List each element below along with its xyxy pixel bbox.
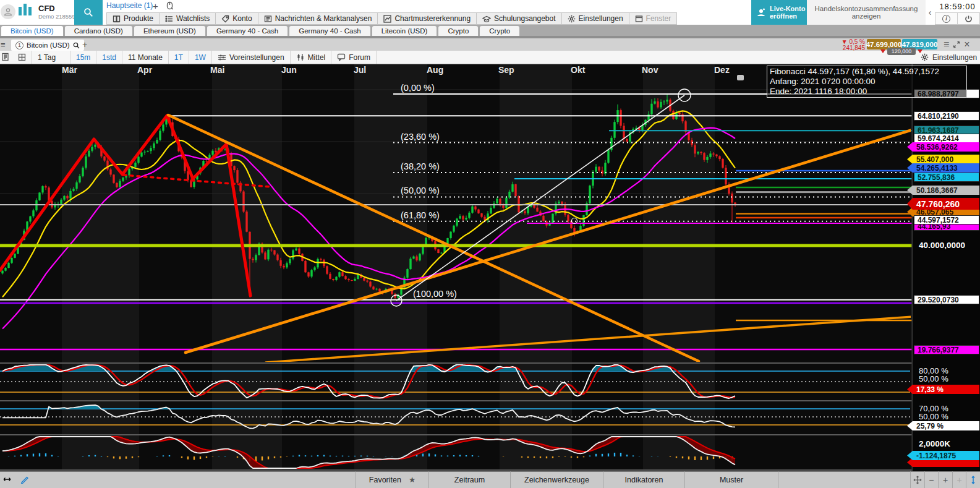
mittel-label: Mittel xyxy=(308,53,326,62)
instrument-tab-germany-40-cash[interactable]: Germany 40 - Cash xyxy=(289,26,370,36)
instrument-tab-ethereum-usd-[interactable]: Ethereum (USD) xyxy=(134,26,205,36)
trading-platform-window: CFD Demo 21855957 Hauptseite (1) + Produ… xyxy=(0,0,980,488)
menu-item-einstellungen[interactable]: Einstellungen xyxy=(562,12,629,25)
chart-settings-button[interactable]: Einstellungen xyxy=(921,51,977,64)
menu-item-produkte[interactable]: Produkte xyxy=(106,12,160,25)
draw-tool-icon[interactable] xyxy=(20,475,29,484)
toolbar-forum[interactable]: Forum xyxy=(331,51,377,64)
search-small-icon[interactable] xyxy=(73,42,80,49)
window-hamburger-icon[interactable]: ≡ xyxy=(1,40,6,49)
instrument-tab-crypto[interactable]: Crypto xyxy=(480,26,519,36)
note-marker[interactable] xyxy=(737,75,744,80)
bottom-button-label: Muster xyxy=(720,476,743,484)
instrument-tab-crypto[interactable]: Crypto xyxy=(438,26,478,36)
restore-window-icon[interactable] xyxy=(953,39,960,50)
cfd-logo xyxy=(19,4,32,15)
axis-tag: 50,00 % xyxy=(919,412,948,421)
svg-text:Jul: Jul xyxy=(354,65,366,75)
bottom-button-muster[interactable]: Muster xyxy=(684,471,778,488)
svg-text:(100,00 %): (100,00 %) xyxy=(413,289,457,299)
axis-tag: 47.760,260 xyxy=(907,198,979,210)
toolbar-tf-1w[interactable]: 1W xyxy=(189,51,212,64)
window-menu-icon[interactable]: ≡ xyxy=(944,39,949,50)
axis-tag: 44.597,1572 xyxy=(914,215,979,225)
vertical-scale-button[interactable] xyxy=(966,471,980,488)
live-konto-button[interactable]: Live-Kontoeröffnen xyxy=(751,0,807,25)
svg-text:Mär: Mär xyxy=(62,65,77,75)
bottom-button-zeitraum[interactable]: Zeitraum xyxy=(428,471,510,488)
zoom-in-button[interactable]: + xyxy=(938,471,952,488)
menu-item-fenster[interactable]: Fenster xyxy=(629,12,678,25)
bottom-button-indikatoren[interactable]: Indikatoren xyxy=(603,471,684,488)
toolbar-tf-15m[interactable]: 15m xyxy=(70,51,96,64)
crosshair-button[interactable]: + xyxy=(952,471,966,488)
instrument-tab-litecoin-usd-[interactable]: Litecoin (USD) xyxy=(372,26,437,36)
toolbar-mittel[interactable]: Mittel xyxy=(291,51,332,64)
candles-icon xyxy=(296,53,305,61)
spread-display: 120,000 xyxy=(878,47,925,55)
user-avatar-icon[interactable] xyxy=(1,4,15,19)
menu-item-nachrichten-marktanalysen[interactable]: Nachrichten & Marktanalysen xyxy=(258,12,378,25)
menu-item-chartmustererkennung[interactable]: Chartmustererkennung xyxy=(378,12,477,25)
person-plus-icon xyxy=(756,7,766,17)
menu-item-konto[interactable]: Konto xyxy=(216,12,258,25)
chart-window-tab[interactable]: 1 Bitcoin (USD) xyxy=(11,40,84,51)
bottom-button-zeichenwerkzeuge[interactable]: Zeichenwerkzeuge xyxy=(510,471,603,488)
window-controls: ≡ × xyxy=(944,39,970,50)
search-button[interactable] xyxy=(74,0,103,25)
axis-tag: 54.265,4133 xyxy=(907,163,979,173)
toolbar-presets[interactable]: Voreinstellungen xyxy=(212,51,291,64)
svg-text:Okt: Okt xyxy=(571,65,586,75)
star-icon: ★ xyxy=(409,475,415,484)
svg-text:Dez: Dez xyxy=(714,65,730,75)
toolbar-period[interactable]: 1 Tag xyxy=(32,51,70,64)
tooltip-line1: Fibonacci 44.597,157 (61,80 %), 44.597,1… xyxy=(770,67,964,77)
price-chart[interactable]: (0,00 %)(23,60 %)(38,20 %)(50,00 %)(61,8… xyxy=(0,64,912,471)
axis-tag: 40.000,0000 xyxy=(919,241,965,250)
menu-item-label: Watchlists xyxy=(176,14,210,23)
menu-item-label: Konto xyxy=(232,14,252,23)
bottom-button-favoriten[interactable]: Favoriten★ xyxy=(356,471,428,488)
pan-tool-icon[interactable] xyxy=(2,475,12,484)
presets-label: Voreinstellungen xyxy=(229,53,284,62)
layout-doc-icon[interactable] xyxy=(1,53,9,61)
toolbar-tf-1t[interactable]: 1T xyxy=(169,51,189,64)
axis-tag: 55.407,000 xyxy=(907,155,979,164)
up-down-arrows-icon xyxy=(969,476,977,484)
grid-icon xyxy=(18,53,26,61)
pattern-icon xyxy=(383,15,391,23)
toolbar-grid-button[interactable] xyxy=(12,51,32,64)
move-chart-button[interactable] xyxy=(910,471,924,488)
collapse-chevron-icon[interactable]: ‹ xyxy=(926,6,934,19)
page-tab-hauptseite[interactable]: Hauptseite (1) xyxy=(106,1,153,10)
info-button[interactable]: i xyxy=(935,12,957,25)
close-window-icon[interactable]: × xyxy=(964,39,969,50)
power-icon xyxy=(965,15,973,23)
instrument-tab-germany-40-cash[interactable]: Germany 40 - Cash xyxy=(207,26,288,36)
mouse-settings-icon[interactable] xyxy=(166,1,174,10)
add-page-button[interactable]: + xyxy=(153,1,158,11)
svg-text:Aug: Aug xyxy=(427,65,443,75)
change-absolute: 241,845 xyxy=(829,45,865,51)
menu-item-schulungsangebot[interactable]: Schulungsangebot xyxy=(477,12,561,25)
add-window-button[interactable]: + xyxy=(82,40,87,49)
toolbar-range[interactable]: 11 Monate xyxy=(122,51,169,64)
instrument-tab-bitcoin-usd-[interactable]: Bitcoin (USD) xyxy=(1,26,63,36)
window-icon xyxy=(635,15,643,23)
menu-item-watchlists[interactable]: Watchlists xyxy=(160,12,216,25)
axis-tag: 29.520,0730 xyxy=(914,295,979,304)
toolbar-tf-1std[interactable]: 1std xyxy=(96,51,122,64)
tooltip-line3: Ende: 2021 1116 18:00:00 xyxy=(770,87,964,96)
axis-tag: 25,79 % xyxy=(907,421,979,430)
price-change: ▼ 0,5 % 241,845 xyxy=(829,39,865,51)
svg-text:Apr: Apr xyxy=(137,65,153,75)
bottom-left-tools xyxy=(2,473,29,486)
account-summary-toggle[interactable]: Handelskontozusammenfassung anzeigen xyxy=(807,0,926,25)
list-icon xyxy=(165,15,173,23)
price-axis[interactable]: 68.988,879764.810,219061.963,168759.674,… xyxy=(912,64,980,471)
logout-button[interactable] xyxy=(957,12,980,25)
svg-text:Nov: Nov xyxy=(642,65,658,75)
instrument-tab-cardano-usd-[interactable]: Cardano (USD) xyxy=(65,26,132,36)
axis-tag: 52.755,836 xyxy=(914,173,979,182)
zoom-out-button[interactable]: − xyxy=(924,471,939,488)
